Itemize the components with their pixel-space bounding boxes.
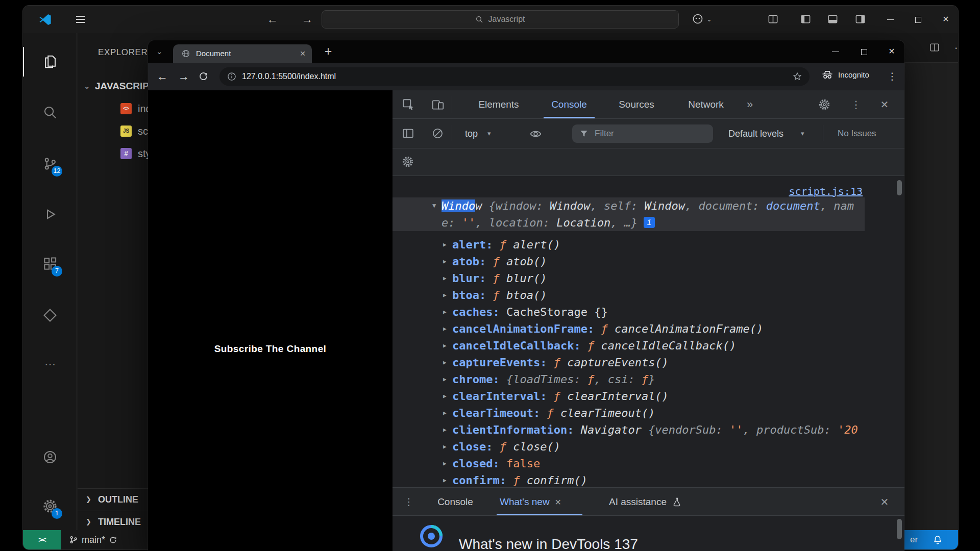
drawer-tab-whats-new[interactable]: What's new ✕ (500, 488, 561, 516)
console-property-row[interactable]: ▶chrome: {loadTimes: ƒ, csi: ƒ} (393, 371, 904, 388)
tab-elements[interactable]: Elements (473, 90, 524, 119)
source-link[interactable]: script.js:13 (789, 185, 863, 197)
tab-network[interactable]: Network (677, 90, 734, 119)
eye-icon[interactable] (529, 128, 542, 140)
copilot-icon[interactable]: ⌄ (692, 13, 712, 25)
toggle-secondary-sidebar-icon[interactable] (854, 13, 866, 25)
expand-icon[interactable]: ▶ (443, 287, 447, 304)
browser-tab[interactable]: Document ✕ (173, 44, 312, 63)
toggle-primary-sidebar-icon[interactable] (800, 13, 812, 25)
maximize-button[interactable] (906, 6, 930, 33)
settings-button[interactable] (23, 494, 77, 518)
sidebar-item-search[interactable] (23, 100, 77, 124)
devtools-close-icon[interactable]: ✕ (877, 90, 892, 119)
command-center-search[interactable]: Javascript (322, 10, 679, 29)
minimize-button[interactable] (879, 6, 902, 33)
expand-icon[interactable]: ▶ (443, 371, 447, 388)
accounts-button[interactable] (23, 445, 77, 469)
split-editor-icon[interactable] (929, 42, 940, 53)
close-button[interactable]: ✕ (934, 6, 958, 33)
tab-console[interactable]: Console (543, 90, 596, 119)
reload-icon[interactable] (198, 71, 209, 82)
site-info-icon[interactable] (227, 71, 237, 82)
chrome-minimize-button[interactable] (828, 40, 843, 63)
issues-counter[interactable]: No Issues (838, 119, 876, 148)
menu-icon[interactable] (75, 14, 86, 24)
expand-icon[interactable]: ▶ (443, 354, 447, 371)
sidebar-item-source-control[interactable] (23, 152, 77, 176)
devtools-menu-icon[interactable]: ⋮ (849, 90, 863, 119)
console-property-row[interactable]: ▶blur: ƒ blur() (393, 270, 904, 287)
expand-icon[interactable]: ▶ (443, 455, 447, 472)
console-property-row[interactable]: ▶cancelIdleCallback: ƒ cancelIdleCallbac… (393, 337, 904, 354)
console-property-row[interactable]: ▶cancelAnimationFrame: ƒ cancelAnimation… (393, 320, 904, 337)
console-property-row[interactable]: ▶close: ƒ close() (393, 438, 904, 455)
remote-indicator[interactable]: >< (23, 530, 61, 549)
forward-icon[interactable]: → (175, 63, 193, 90)
tab-search-icon[interactable]: ⌄ (156, 40, 163, 63)
bookmark-star-icon[interactable] (792, 71, 802, 82)
expand-icon[interactable]: ▶ (443, 236, 447, 253)
expand-icon[interactable]: ▶ (443, 253, 447, 270)
console-property-row[interactable]: ▶confirm: ƒ confirm() (393, 472, 904, 487)
more-tabs-icon[interactable]: » (743, 90, 757, 119)
expand-icon[interactable]: ▶ (443, 472, 447, 487)
drawer-scrollbar-thumb[interactable] (897, 519, 902, 539)
editor-more-actions-icon[interactable]: ⋯ (954, 33, 959, 63)
editor-layout-icon[interactable] (767, 13, 779, 25)
additional-views-button[interactable]: ⋯ (23, 352, 77, 377)
sidebar-item-extensions[interactable] (23, 252, 77, 276)
expand-icon[interactable]: ▶ (443, 438, 447, 455)
drawer-menu-icon[interactable]: ⋮ (402, 488, 416, 516)
back-icon[interactable]: ← (153, 63, 172, 90)
console-log-entry[interactable]: ▼ Window {window: Window, self: Window, … (393, 197, 865, 231)
device-toolbar-icon[interactable] (431, 98, 445, 111)
drawer-close-icon[interactable]: ✕ (877, 488, 892, 516)
history-back-icon[interactable]: ← (264, 6, 281, 33)
git-branch-status[interactable]: main* (69, 530, 117, 549)
expand-icon[interactable]: ▶ (443, 270, 447, 287)
console-property-row[interactable]: ▶clientInformation: Navigator {vendorSub… (393, 421, 904, 438)
tab-close-icon[interactable]: ✕ (300, 44, 306, 63)
drawer-tab-console[interactable]: Console (431, 488, 479, 516)
sidebar-item-extension-custom[interactable] (23, 303, 77, 328)
new-tab-button[interactable]: + (320, 40, 337, 62)
console-property-row[interactable]: ▶clearInterval: ƒ clearInterval() (393, 388, 904, 405)
chrome-maximize-button[interactable] (856, 40, 872, 63)
tab-sources[interactable]: Sources (610, 90, 663, 119)
expand-icon[interactable]: ▶ (443, 405, 447, 421)
context-selector[interactable]: top (465, 119, 478, 148)
devtools-settings-icon[interactable] (818, 98, 830, 111)
expand-icon[interactable]: ▶ (443, 388, 447, 405)
console-settings-gear-icon[interactable] (402, 156, 414, 168)
expand-icon[interactable]: ▶ (443, 304, 447, 320)
console-property-row[interactable]: ▶closed: false (393, 455, 904, 472)
chrome-close-button[interactable]: ✕ (884, 40, 899, 63)
console-property-row[interactable]: ▶captureEvents: ƒ captureEvents() (393, 354, 904, 371)
default-levels-dropdown[interactable]: Default levels (728, 119, 783, 148)
drawer-tab-ai-assistance[interactable]: AI assistance (609, 488, 682, 516)
console-property-row[interactable]: ▶caches: CacheStorage {} (393, 304, 904, 320)
toggle-panel-icon[interactable] (827, 13, 839, 25)
console-property-row[interactable]: ▶clearTimeout: ƒ clearTimeout() (393, 405, 904, 421)
chrome-menu-icon[interactable]: ⋮ (885, 63, 899, 90)
console-scrollbar-thumb[interactable] (897, 180, 902, 195)
sidebar-item-run-debug[interactable] (23, 202, 77, 227)
expand-icon[interactable]: ▶ (443, 320, 447, 337)
inspect-element-icon[interactable] (402, 98, 415, 111)
info-icon[interactable]: i (644, 217, 655, 228)
address-bar[interactable]: 127.0.0.1:5500/index.html (219, 67, 810, 86)
expand-icon[interactable]: ▶ (443, 421, 447, 438)
filter-input[interactable]: Filter (572, 124, 713, 143)
expand-icon[interactable]: ▶ (443, 337, 447, 354)
tab-close-icon[interactable]: ✕ (555, 497, 561, 507)
history-forward-icon[interactable]: → (299, 6, 316, 33)
console-property-row[interactable]: ▶atob: ƒ atob() (393, 253, 904, 270)
collapse-icon[interactable]: ▼ (432, 197, 436, 214)
console-property-row[interactable]: ▶alert: ƒ alert() (393, 236, 904, 253)
sidebar-item-explorer[interactable] (23, 49, 77, 74)
bell-icon[interactable] (933, 535, 943, 545)
console-property-row[interactable]: ▶btoa: ƒ btoa() (393, 287, 904, 304)
console-sidebar-icon[interactable] (402, 127, 414, 140)
clear-console-icon[interactable] (431, 127, 444, 140)
